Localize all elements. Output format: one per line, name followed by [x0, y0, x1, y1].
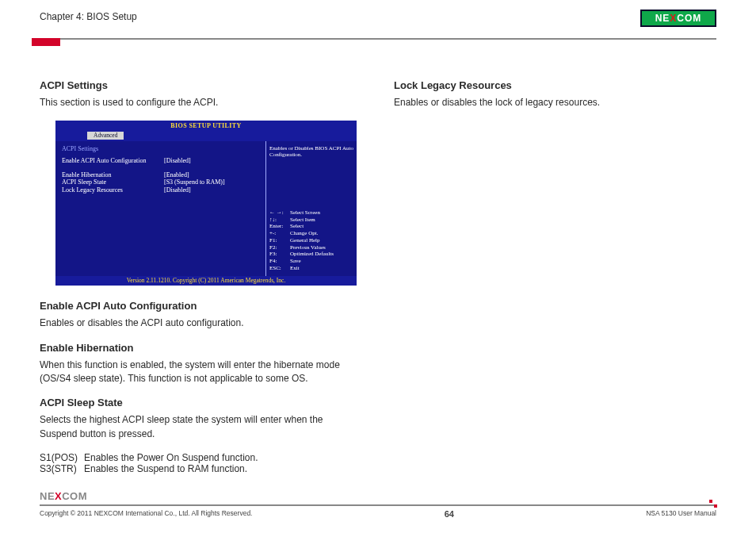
page-footer: NEXCOM Copyright © 2011 NEXCOM Internati…: [40, 504, 716, 519]
lock-legacy-heading: Lock Legacy Resources: [394, 79, 716, 91]
page-header: Chapter 4: BIOS Setup NEXCOM: [0, 0, 756, 35]
copyright-text: Copyright © 2011 NEXCOM International Co…: [40, 509, 252, 519]
acpi-sleep-state-heading: ACPI Sleep State: [40, 397, 362, 408]
bios-row: Enable Hibernation[Enabled]: [62, 171, 259, 178]
bios-screenshot: BIOS SETUP UTILITY Advanced ACPI Setting…: [55, 121, 357, 286]
content-columns: ACPI Settings This section is used to co…: [40, 79, 716, 474]
bios-tab-advanced: Advanced: [87, 132, 124, 140]
bios-help-text: Enables or Disables BIOS ACPI Auto Confi…: [269, 145, 353, 158]
mode-row: S1(POS)Enables the Power On Suspend func…: [40, 452, 362, 463]
bios-tabs: Advanced: [55, 132, 357, 141]
lock-legacy-body: Enables or disables the lock of legacy r…: [394, 96, 716, 109]
bios-row: [62, 164, 259, 171]
header-rule: [40, 38, 716, 40]
acpi-sleep-state-body: Selects the highest ACPI sleep state the…: [40, 413, 362, 441]
right-column: Lock Legacy Resources Enables or disable…: [394, 79, 716, 474]
bios-row: Enable ACPI Auto Configuration[Disabled]: [62, 157, 259, 164]
bios-left-pane: ACPI Settings Enable ACPI Auto Configura…: [55, 141, 265, 276]
bios-body: ACPI Settings Enable ACPI Auto Configura…: [55, 141, 357, 276]
bios-row: ACPI Sleep State[S3 (Suspend to RAM)]: [62, 178, 259, 186]
footer-rule: [40, 504, 716, 506]
bios-title: BIOS SETUP UTILITY: [55, 121, 357, 131]
manual-name: NSA 5130 User Manual: [646, 509, 716, 519]
enable-acpi-auto-body: Enables or disables the ACPI auto config…: [40, 316, 362, 330]
bios-right-pane: Enables or Disables BIOS ACPI Auto Confi…: [265, 141, 357, 276]
acpi-settings-heading: ACPI Settings: [40, 79, 362, 91]
enable-hibernation-body: When this function is enabled, the syste…: [40, 359, 362, 386]
chapter-title: Chapter 4: BIOS Setup: [40, 11, 716, 22]
acpi-settings-body: This section is used to configure the AC…: [40, 96, 362, 109]
sleep-mode-table: S1(POS)Enables the Power On Suspend func…: [40, 452, 362, 474]
page-number: 64: [445, 509, 454, 519]
mode-row: S3(STR)Enables the Suspend to RAM functi…: [40, 463, 362, 474]
bios-footer: Version 2.11.1210. Copyright (C) 2011 Am…: [55, 276, 357, 286]
footer-brand-logo: NEXCOM: [40, 490, 87, 502]
enable-acpi-auto-heading: Enable ACPI Auto Configuration: [40, 300, 362, 312]
bios-help-keys: ← →:Select Screen ↑↓:Select Item Enter:S…: [269, 209, 353, 272]
enable-hibernation-heading: Enable Hibernation: [40, 342, 362, 354]
left-column: ACPI Settings This section is used to co…: [40, 79, 362, 474]
footer-row: Copyright © 2011 NEXCOM International Co…: [40, 509, 716, 519]
bios-section-header: ACPI Settings: [62, 145, 259, 152]
bios-row: Lock Legacy Resources[Disabled]: [62, 186, 259, 194]
brand-logo: NEXCOM: [640, 10, 716, 27]
